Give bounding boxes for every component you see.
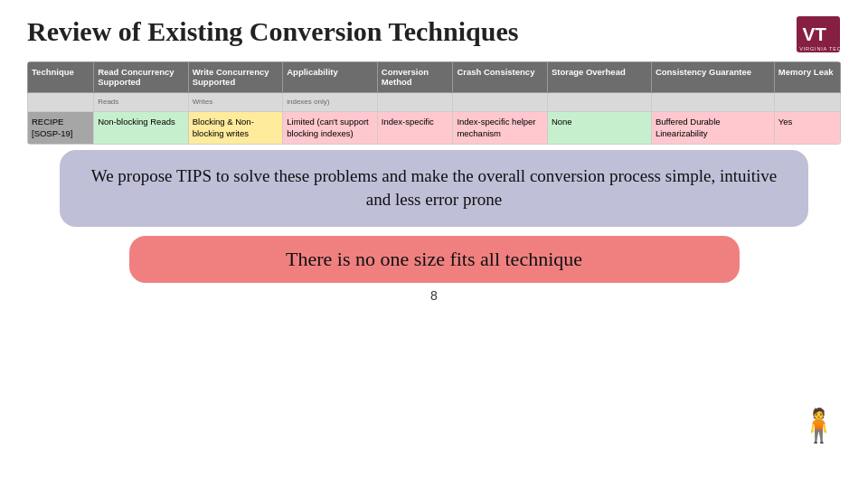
cell-recipe-crash: Index-specific helper mechanism [453,112,548,145]
col-header-consistency: Consistency Guarantee [651,62,774,93]
cell-recipe-applicability: Limited (can't support blocking indexes) [283,112,378,145]
col-header-technique: Technique [28,62,94,93]
col-header-storage: Storage Overhead [547,62,651,93]
cell-recipe-write: Blocking & Non-blocking writes [188,112,283,145]
cell-recipe-memory: Yes [774,112,840,145]
col-header-memory: Memory Leak [774,62,840,93]
vt-logo: VT VIRGINIA TECH [796,16,841,52]
slide-title: Review of Existing Conversion Techniques [27,16,518,47]
cell-partial-technique [28,92,94,111]
cell-recipe-consistency: Buffered Durable Linearizability [651,112,774,145]
comparison-table: Technique Read Concurrency Supported Wri… [27,61,841,145]
col-header-read: Read Concurrency Supported [94,62,189,93]
cell-partial-conversion [377,92,453,111]
bottom-banner: There is no one size fits all technique [129,236,740,283]
sitting-figure: 🧍 [798,407,839,445]
svg-text:VT: VT [802,23,826,44]
cell-partial-consistency [651,92,774,111]
title-row: Review of Existing Conversion Techniques… [27,16,841,52]
table-row-partial: Reads Writes indexes only) [28,92,841,111]
cell-recipe-storage: None [547,112,651,145]
table-header-row: Technique Read Concurrency Supported Wri… [28,62,841,93]
data-table-wrapper: Technique Read Concurrency Supported Wri… [27,61,841,145]
page-number-value: 8 [430,288,438,303]
col-header-applicability: Applicability [283,62,378,93]
col-header-crash: Crash Consistency [453,62,548,93]
slide: Review of Existing Conversion Techniques… [0,0,868,488]
col-header-write: Write Concurrency Supported [188,62,283,93]
cell-partial-write: Writes [188,92,283,111]
cell-recipe-conversion: Index-specific [377,112,453,145]
table-row-recipe: RECIPE [SOSP-19] Non-blocking Reads Bloc… [28,112,841,145]
overlay-text: We propose TIPS to solve these problems … [91,166,778,210]
cell-partial-applicability: indexes only) [283,92,378,111]
cell-partial-storage [547,92,651,111]
cell-partial-crash [453,92,548,111]
cell-recipe-technique: RECIPE [SOSP-19] [28,112,94,145]
page-number: 8 [27,288,841,303]
cell-partial-read: Reads [94,92,189,111]
col-header-conversion: Conversion Method [377,62,453,93]
bottom-text: There is no one size fits all technique [286,248,582,270]
svg-text:VIRGINIA TECH: VIRGINIA TECH [799,46,841,52]
cell-partial-memory [774,92,840,111]
cell-recipe-read: Non-blocking Reads [94,112,189,145]
overlay-banner: We propose TIPS to solve these problems … [60,150,808,227]
